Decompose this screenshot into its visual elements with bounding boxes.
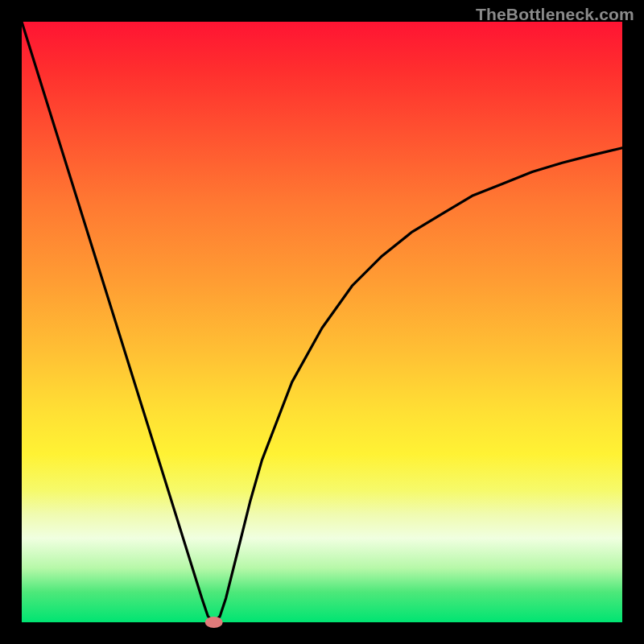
- watermark-text: TheBottleneck.com: [476, 5, 634, 24]
- optimal-marker: [22, 22, 622, 622]
- plot-area: [22, 22, 622, 622]
- svg-point-0: [205, 617, 223, 628]
- chart-frame: TheBottleneck.com: [0, 0, 644, 644]
